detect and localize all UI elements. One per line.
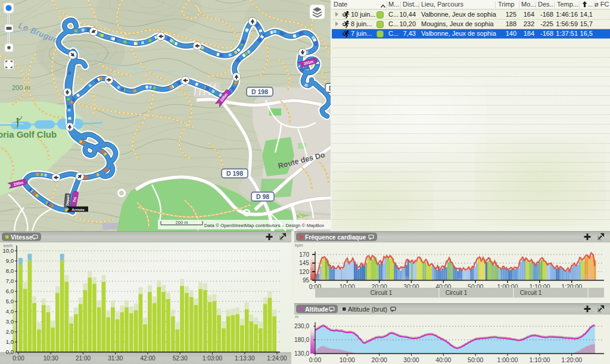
svg-text:oria Golf Club: oria Golf Club bbox=[0, 129, 57, 139]
svg-text:31:30: 31:30 bbox=[108, 355, 123, 362]
svg-text:Vitesse: Vitesse bbox=[11, 234, 33, 241]
svg-text:km/h: km/h bbox=[4, 244, 13, 248]
svg-text:10:30: 10:30 bbox=[43, 355, 58, 362]
svg-text:Circuit 1: Circuit 1 bbox=[446, 290, 468, 296]
svg-text:5,0: 5,0 bbox=[6, 298, 14, 304]
svg-text:145: 145 bbox=[299, 260, 309, 266]
svg-text:1:20:00: 1:20:00 bbox=[561, 356, 582, 363]
svg-text:170: 170 bbox=[299, 251, 309, 258]
svg-text:95: 95 bbox=[303, 277, 310, 284]
svg-text:0:00: 0:00 bbox=[13, 355, 24, 362]
svg-text:bpm: bpm bbox=[295, 243, 303, 248]
svg-text:42:00: 42:00 bbox=[140, 355, 155, 362]
svg-text:1:10:00: 1:10:00 bbox=[529, 356, 550, 363]
svg-text:200 m: 200 m bbox=[176, 220, 188, 225]
svg-text:180,0: 180,0 bbox=[294, 337, 309, 343]
svg-text:7,0: 7,0 bbox=[6, 278, 14, 284]
svg-text:1:13:30: 1:13:30 bbox=[235, 355, 255, 362]
svg-text:D 98: D 98 bbox=[256, 193, 269, 200]
svg-text:1:00:00: 1:00:00 bbox=[497, 356, 518, 363]
svg-text:D 198: D 198 bbox=[251, 88, 268, 95]
svg-text:40:00: 40:00 bbox=[435, 356, 451, 363]
svg-text:Fréquence cardiaque: Fréquence cardiaque bbox=[305, 234, 366, 241]
svg-text:21:00: 21:00 bbox=[76, 355, 91, 362]
svg-text:120: 120 bbox=[299, 269, 309, 275]
svg-text:4,0: 4,0 bbox=[6, 308, 14, 315]
svg-text:3,0: 3,0 bbox=[6, 318, 14, 325]
svg-text:Arrivée: Arrivée bbox=[71, 207, 85, 211]
svg-text:130,0: 130,0 bbox=[294, 350, 309, 357]
svg-text:52:30: 52:30 bbox=[173, 355, 188, 362]
svg-text:D 198: D 198 bbox=[226, 170, 243, 177]
svg-text:200 m: 200 m bbox=[12, 84, 30, 91]
svg-text:50:00: 50:00 bbox=[468, 356, 483, 363]
svg-text:10,0: 10,0 bbox=[3, 247, 14, 254]
svg-text:230,0: 230,0 bbox=[294, 323, 309, 329]
svg-text:9,0: 9,0 bbox=[6, 257, 14, 264]
svg-text:Circuit 1: Circuit 1 bbox=[520, 290, 542, 296]
svg-text:Altitude: Altitude bbox=[305, 306, 328, 313]
svg-text:6,0: 6,0 bbox=[6, 288, 14, 294]
svg-text:2,0: 2,0 bbox=[6, 328, 14, 335]
svg-text:1:24:00: 1:24:00 bbox=[267, 355, 287, 362]
svg-text:0:00: 0:00 bbox=[309, 356, 322, 363]
svg-text:8,0: 8,0 bbox=[6, 267, 14, 274]
svg-text:20:00: 20:00 bbox=[372, 356, 387, 363]
svg-text:m: m bbox=[295, 315, 298, 319]
svg-text:30:00: 30:00 bbox=[403, 356, 419, 363]
svg-text:Circuit 1: Circuit 1 bbox=[371, 290, 393, 296]
svg-text:10:00: 10:00 bbox=[340, 356, 355, 363]
svg-text:Data © OpenStreetMap contribut: Data © OpenStreetMap contributors – Desi… bbox=[204, 223, 324, 228]
svg-text:1:03:00: 1:03:00 bbox=[203, 355, 223, 362]
svg-text:0,0: 0,0 bbox=[6, 349, 14, 355]
svg-text:1,0: 1,0 bbox=[6, 338, 14, 345]
svg-text:Altitude (brut): Altitude (brut) bbox=[348, 306, 387, 313]
